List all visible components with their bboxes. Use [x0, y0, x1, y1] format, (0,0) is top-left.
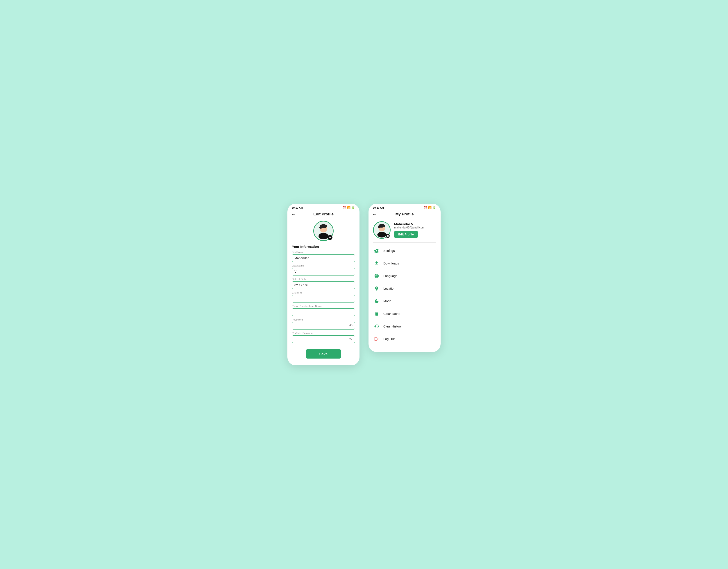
- profile-header: ← My Profile: [369, 211, 441, 219]
- status-icons-edit: ⏰ 📶 🔋: [342, 206, 355, 209]
- svg-point-12: [378, 226, 381, 228]
- edit-header: ← Edit Profile: [287, 211, 359, 219]
- label-first-name: First Name: [292, 251, 355, 254]
- clear-history-label: Clear History: [383, 324, 402, 328]
- downloads-icon: [373, 260, 380, 267]
- field-first-name: First Name: [287, 251, 359, 264]
- signal-icon: 📶: [347, 206, 350, 209]
- svg-rect-7: [330, 237, 330, 237]
- field-email: E-Mail Id: [287, 291, 359, 305]
- status-time-profile: 10:10 AM: [373, 207, 384, 209]
- input-email[interactable]: [292, 295, 355, 302]
- edit-profile-screen: 10:10 AM ⏰ 📶 🔋 ← Edit Profile: [287, 204, 359, 365]
- field-repassword: Re-Enter Password 👁: [287, 332, 359, 345]
- back-button-profile[interactable]: ←: [372, 212, 377, 217]
- input-phone[interactable]: [292, 308, 355, 316]
- label-last-name: Last Name: [292, 264, 355, 267]
- menu-item-downloads[interactable]: Downloads: [371, 257, 438, 270]
- menu-item-logout[interactable]: Log Out: [371, 333, 438, 345]
- svg-point-4: [319, 227, 322, 229]
- avatar-circle-edit: [313, 221, 334, 241]
- label-dob: Date of Birth: [292, 278, 355, 281]
- svg-point-1: [319, 233, 328, 239]
- edit-title: Edit Profile: [313, 212, 334, 217]
- label-email: E-Mail Id: [292, 291, 355, 294]
- svg-point-9: [377, 232, 386, 238]
- downloads-label: Downloads: [383, 262, 399, 265]
- repassword-wrapper: 👁: [292, 335, 355, 343]
- clear-cache-label: Clear cache: [383, 312, 400, 315]
- profile-avatar-circle: [373, 221, 391, 239]
- input-first-name[interactable]: [292, 254, 355, 262]
- clear-cache-icon: [373, 310, 380, 317]
- field-password: Password 👁: [287, 318, 359, 332]
- settings-icon: [373, 248, 380, 254]
- alarm-icon: ⏰: [342, 206, 346, 209]
- field-dob: Date of Birth: [287, 278, 359, 291]
- field-last-name: Last Name: [287, 264, 359, 278]
- input-dob[interactable]: [292, 282, 355, 289]
- camera-badge-profile[interactable]: [386, 234, 390, 238]
- status-time-edit: 10:10 AM: [292, 207, 303, 209]
- input-password[interactable]: [292, 322, 355, 329]
- mode-icon: [373, 298, 380, 304]
- profile-menu-list: Settings Downloads Language Location: [369, 245, 441, 345]
- menu-item-settings[interactable]: Settings: [371, 245, 438, 257]
- menu-item-clear-cache[interactable]: Clear cache: [371, 307, 438, 320]
- profile-title: My Profile: [395, 212, 414, 217]
- profile-header-section: Mahendar V mahendar06@gmail.com Edit Pro…: [369, 219, 441, 243]
- settings-label: Settings: [383, 249, 395, 253]
- form-fields: First Name Last Name Date of Birth E-Mai…: [287, 251, 359, 345]
- menu-item-clear-history[interactable]: Clear History: [371, 320, 438, 333]
- menu-item-language[interactable]: Language: [371, 270, 438, 282]
- avatar-section-edit: [287, 221, 359, 241]
- mode-label: Mode: [383, 299, 391, 303]
- logout-icon: [373, 336, 380, 342]
- back-button-edit[interactable]: ←: [291, 212, 296, 217]
- my-profile-screen: 10:10 AM ⏰ 📶 🔋 ← My Profile: [369, 204, 441, 352]
- camera-badge-edit[interactable]: [328, 235, 332, 240]
- screens-container: 10:10 AM ⏰ 📶 🔋 ← Edit Profile: [287, 204, 441, 365]
- signal-icon-p: 📶: [428, 206, 432, 209]
- save-button[interactable]: Save: [306, 349, 341, 358]
- password-wrapper: 👁: [292, 322, 355, 329]
- svg-point-14: [387, 236, 388, 236]
- input-repassword[interactable]: [292, 335, 355, 343]
- field-phone: Phone Number/User Name: [287, 305, 359, 318]
- svg-rect-15: [387, 235, 388, 236]
- status-bar-edit: 10:10 AM ⏰ 📶 🔋: [287, 204, 359, 211]
- profile-email: mahendar06@gmail.com: [394, 226, 436, 229]
- status-icons-profile: ⏰ 📶 🔋: [423, 206, 436, 209]
- profile-name: Mahendar V: [394, 222, 436, 226]
- language-icon: [373, 273, 380, 279]
- input-last-name[interactable]: [292, 268, 355, 276]
- profile-user-info: Mahendar V mahendar06@gmail.com Edit Pro…: [394, 222, 436, 238]
- language-label: Language: [383, 274, 397, 278]
- clear-history-icon: [373, 323, 380, 329]
- eye-icon-password[interactable]: 👁: [349, 324, 353, 328]
- battery-icon: 🔋: [351, 206, 355, 209]
- label-repassword: Re-Enter Password: [292, 332, 355, 334]
- location-icon: [373, 285, 380, 292]
- edit-profile-button[interactable]: Edit Profile: [394, 231, 418, 238]
- logout-label: Log Out: [383, 337, 395, 341]
- eye-icon-repassword[interactable]: 👁: [349, 337, 353, 341]
- svg-point-6: [330, 237, 330, 238]
- location-label: Location: [383, 287, 395, 290]
- menu-item-location[interactable]: Location: [371, 282, 438, 295]
- menu-item-mode[interactable]: Mode: [371, 295, 438, 307]
- label-password: Password: [292, 318, 355, 321]
- status-bar-profile: 10:10 AM ⏰ 📶 🔋: [369, 204, 441, 211]
- your-info-label: Your Information: [287, 245, 359, 251]
- battery-icon-p: 🔋: [432, 206, 436, 209]
- alarm-icon-p: ⏰: [423, 206, 427, 209]
- label-phone: Phone Number/User Name: [292, 305, 355, 307]
